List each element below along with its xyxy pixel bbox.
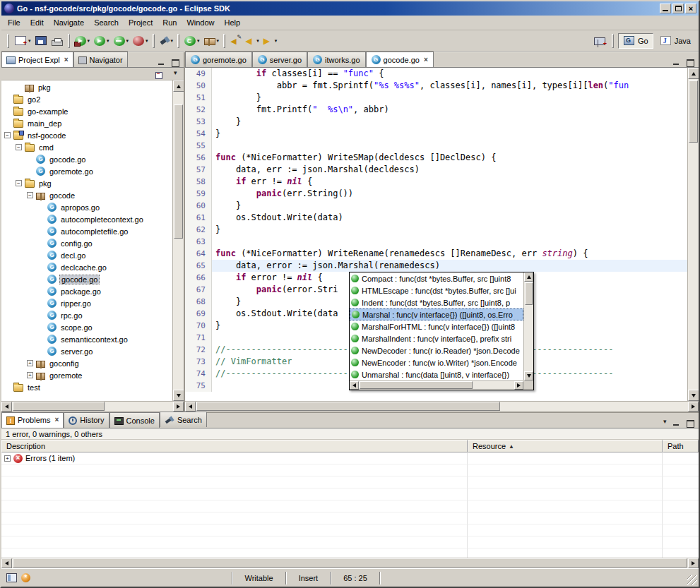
completion-item[interactable]: NewDecoder : func(r io.Reader) *json.Dec… <box>350 344 523 356</box>
tree-item-goremote-go[interactable]: goremote.go <box>1 165 172 177</box>
profile-button[interactable]: ▾ <box>131 32 150 49</box>
code-line-62[interactable]: 62} <box>185 224 687 236</box>
open-perspective-button[interactable] <box>592 32 607 49</box>
code-line-64[interactable]: 64func (*NiceFormatter) WriteRename(rena… <box>185 248 687 260</box>
new-button[interactable]: ▾ <box>12 32 32 49</box>
tree-item-goconfig[interactable]: +goconfig <box>1 357 172 369</box>
dropdown-arrow-icon[interactable]: ▾ <box>275 38 278 44</box>
tree-item-server-go[interactable]: server.go <box>1 345 172 357</box>
dropdown-arrow-icon[interactable]: ▾ <box>126 38 129 44</box>
dropdown-arrow-icon[interactable]: ▾ <box>146 38 148 44</box>
tree-item-gocode-go[interactable]: gocode.go <box>1 153 172 165</box>
code-line-56[interactable]: 56func (*NiceFormatter) WriteSMap(declde… <box>185 152 687 164</box>
perspective-java-button[interactable]: Java <box>655 33 696 49</box>
completion-item[interactable]: Unmarshal : func(data []uint8, v interfa… <box>350 368 523 380</box>
view-tab-search[interactable]: Search <box>160 412 207 427</box>
scroll-thumb[interactable] <box>13 402 105 411</box>
perspective-go-button[interactable]: Go <box>618 33 653 49</box>
view-tab-project-expl[interactable]: Project Expl× <box>1 52 73 67</box>
tree-item-config-go[interactable]: config.go <box>1 237 172 249</box>
last-edit-location-button[interactable] <box>228 32 242 49</box>
tree-item-pkg[interactable]: −pkg <box>1 177 172 189</box>
menu-run[interactable]: Run <box>158 16 182 29</box>
tree-item-nsf-gocode[interactable]: −nsf-gocode <box>1 129 172 141</box>
editor-tab-server-go[interactable]: server.go <box>252 52 307 67</box>
code-line-50[interactable]: 50 abbr = fmt.Sprintf("%s %s%s", classes… <box>185 80 687 92</box>
editor-tab-itworks-go[interactable]: itworks.go <box>307 52 366 67</box>
minimize-button[interactable] <box>660 4 671 13</box>
code-line-63[interactable]: 63 <box>185 236 687 248</box>
code-line-59[interactable]: 59 panic(err.String()) <box>185 188 687 200</box>
scroll-up-button[interactable] <box>688 68 699 79</box>
code-line-60[interactable]: 60 } <box>185 200 687 212</box>
problems-horizontal-scrollbar[interactable] <box>1 558 699 568</box>
forward-button[interactable]: ▾ <box>261 32 279 49</box>
scroll-right-button[interactable] <box>688 402 699 412</box>
editor-minimize-button[interactable] <box>671 57 682 67</box>
dropdown-arrow-icon[interactable]: ▾ <box>171 38 174 44</box>
editor-horizontal-scrollbar[interactable] <box>185 401 699 412</box>
code-line-49[interactable]: 49 if classes[i] == "func" { <box>185 68 687 80</box>
scroll-thumb[interactable] <box>525 282 533 305</box>
code-line-58[interactable]: 58 if err != nil { <box>185 176 687 188</box>
explorer-view-menu-button[interactable] <box>171 69 179 79</box>
code-line-52[interactable]: 52 fmt.Printf(" %s\n", abbr) <box>185 104 687 116</box>
popup-horizontal-scrollbar[interactable] <box>350 380 523 390</box>
tree-item-pkg[interactable]: pkg <box>1 81 172 93</box>
close-icon[interactable]: × <box>64 56 69 64</box>
problems-view-menu-button[interactable] <box>660 418 669 428</box>
scroll-up-button[interactable] <box>524 272 533 282</box>
tree-item-decl-go[interactable]: decl.go <box>1 249 172 261</box>
tree-item-scope-go[interactable]: scope.go <box>1 321 172 333</box>
search-button[interactable]: ▾ <box>158 32 175 49</box>
tree-collapse-toggle[interactable]: − <box>27 192 33 198</box>
tree-item-gocode[interactable]: −gocode <box>1 189 172 201</box>
scroll-thumb[interactable] <box>689 80 698 143</box>
menu-window[interactable]: Window <box>182 16 219 29</box>
menu-navigate[interactable]: Navigate <box>49 16 89 29</box>
explorer-maximize-button[interactable] <box>170 57 181 67</box>
scroll-thumb[interactable] <box>13 558 687 568</box>
scroll-down-button[interactable] <box>688 390 699 401</box>
save-button[interactable] <box>33 32 49 49</box>
close-icon[interactable]: × <box>54 416 59 424</box>
problems-row[interactable]: +Errors (1 item) <box>1 452 699 464</box>
tree-item-autocompletecontext-go[interactable]: autocompletecontext.go <box>1 213 172 225</box>
completion-item[interactable]: Compact : func(dst *bytes.Buffer, src []… <box>350 272 523 284</box>
menu-file[interactable]: File <box>3 16 25 29</box>
scroll-thumb[interactable] <box>196 402 500 411</box>
explorer-vertical-scrollbar[interactable] <box>172 80 184 401</box>
code-line-65[interactable]: 65 data, error := json.Marshal(renamedes… <box>185 260 687 272</box>
tree-item-goremote[interactable]: +goremote <box>1 369 172 381</box>
scroll-right-button[interactable] <box>173 402 184 412</box>
tree-item-package-go[interactable]: package.go <box>1 285 172 297</box>
tree-item-ripper-go[interactable]: ripper.go <box>1 297 172 309</box>
view-tab-navigator[interactable]: Navigator <box>73 52 128 67</box>
menu-search[interactable]: Search <box>89 16 124 29</box>
tree-item-cmd[interactable]: −cmd <box>1 141 172 153</box>
column-header-path[interactable]: Path <box>663 440 699 452</box>
tree-expand-toggle[interactable]: + <box>27 360 33 366</box>
tree-item-declcache-go[interactable]: declcache.go <box>1 261 172 273</box>
tree-item-go-example[interactable]: go-example <box>1 105 172 117</box>
completion-item[interactable]: Marshal : func(v interface{}) ([]uint8, … <box>350 308 523 320</box>
view-tab-history[interactable]: History <box>64 412 109 428</box>
tree-item-apropos-go[interactable]: apropos.go <box>1 201 172 213</box>
popup-vertical-scrollbar[interactable] <box>523 272 533 380</box>
fast-view-icon[interactable] <box>6 573 17 582</box>
run-button[interactable]: ▾ <box>92 32 111 49</box>
explorer-horizontal-scrollbar[interactable] <box>1 401 184 412</box>
maximize-button[interactable] <box>672 4 684 13</box>
problems-maximize-button[interactable] <box>684 418 696 428</box>
column-header-resource[interactable]: Resource▲ <box>468 440 663 452</box>
tree-expand-toggle[interactable]: + <box>27 372 33 378</box>
editor-tab-gocode-go[interactable]: gocode.go× <box>366 52 434 67</box>
tree-item-test[interactable]: test <box>1 381 172 393</box>
external-tools-button[interactable]: ▾ <box>73 32 92 49</box>
close-button[interactable]: × <box>685 4 696 13</box>
tree-item-semanticcontext-go[interactable]: semanticcontext.go <box>1 333 172 345</box>
editor-vertical-scrollbar[interactable] <box>687 68 699 401</box>
completion-item[interactable]: MarshalIndent : func(v interface{}, pref… <box>350 332 523 344</box>
tree-collapse-toggle[interactable]: − <box>4 132 11 138</box>
scroll-left-button[interactable] <box>350 381 359 390</box>
